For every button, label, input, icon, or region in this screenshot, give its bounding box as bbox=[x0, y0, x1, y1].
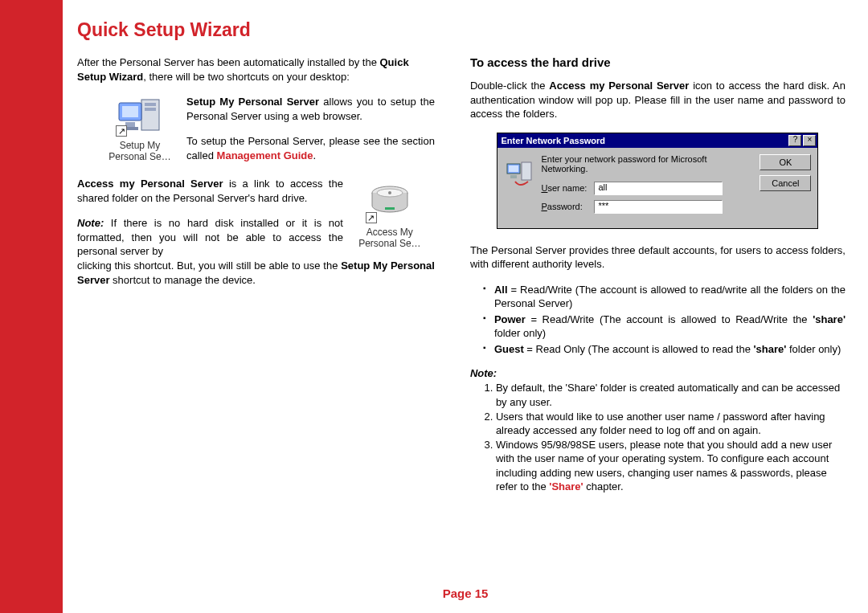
svg-rect-13 bbox=[510, 175, 517, 178]
password-row: Password: *** bbox=[541, 200, 753, 214]
note-label: Note: bbox=[77, 217, 104, 229]
access-bold: Access my Personal Server bbox=[77, 178, 223, 190]
intro-text-a: After the Personal Server has been autom… bbox=[77, 56, 380, 68]
dialog-instruction: Enter your network password for Microsof… bbox=[541, 154, 753, 174]
svg-point-9 bbox=[388, 191, 391, 194]
page-label: Page bbox=[443, 586, 475, 600]
account-all: All = Read/Write (The account is allowed… bbox=[483, 283, 845, 311]
setup-icon-label: Setup My Personal Se… bbox=[104, 140, 175, 162]
dialog-titlebar: Enter Network Password ? × bbox=[497, 133, 817, 148]
page-number: 15 bbox=[475, 586, 489, 600]
acct2-share: 'share' bbox=[813, 313, 845, 325]
svg-rect-10 bbox=[385, 207, 395, 210]
acct2-desc-b: folder only) bbox=[494, 327, 546, 339]
u-rest: ser name: bbox=[547, 183, 587, 193]
ok-button[interactable]: OK bbox=[760, 154, 811, 170]
cancel-button[interactable]: Cancel bbox=[760, 175, 811, 191]
left-red-stripe bbox=[0, 0, 63, 613]
note-cont-1: clicking this shortcut. But, you will st… bbox=[77, 260, 341, 272]
setup-description: Setup My Personal Server allows you to s… bbox=[186, 95, 435, 162]
note3-a: Windows 95/98/98SE users, please note th… bbox=[496, 439, 832, 493]
page-content: Quick Setup Wizard After the Personal Se… bbox=[63, 0, 868, 613]
management-guide-link[interactable]: Management Guide bbox=[217, 149, 313, 161]
account-power: Power = Read/Write (The account is allow… bbox=[483, 313, 845, 341]
access-desktop-icon: ↗ Access My Personal Se… bbox=[354, 182, 425, 249]
setup-desc-bold: Setup My Personal Server bbox=[186, 96, 319, 108]
dialog-fields: Enter your network password for Microsof… bbox=[541, 154, 753, 219]
setup-desc2-c: . bbox=[313, 149, 317, 161]
dialog-buttons: OK Cancel bbox=[753, 154, 811, 219]
two-column-layout: After the Personal Server has been autom… bbox=[77, 55, 845, 494]
shortcut-arrow-icon: ↗ bbox=[366, 212, 377, 223]
acct2-name: Power bbox=[494, 313, 526, 325]
setup-icon-row: ↗ Setup My Personal Se… Setup My Persona… bbox=[104, 95, 435, 162]
username-label: User name: bbox=[541, 183, 594, 193]
svg-rect-1 bbox=[145, 103, 156, 106]
left-column: After the Personal Server has been autom… bbox=[77, 55, 435, 494]
harddrive-icon: ↗ bbox=[364, 182, 416, 225]
dialog-icon bbox=[504, 154, 541, 219]
acct3-name: Guest bbox=[494, 343, 524, 355]
access-note-continued: clicking this shortcut. But, you will st… bbox=[77, 259, 435, 287]
right-p2: The Personal Server provides three defau… bbox=[470, 243, 845, 272]
acct3-desc-a: = Read Only (The account is allowed to r… bbox=[524, 343, 754, 355]
svg-rect-14 bbox=[522, 162, 531, 180]
access-icon-col: ↗ Access My Personal Se… bbox=[354, 177, 435, 249]
username-input[interactable]: all bbox=[594, 182, 723, 195]
note-1: By default, the 'Share' folder is create… bbox=[496, 381, 845, 409]
access-icon-row: Access my Personal Server is a link to a… bbox=[77, 177, 435, 259]
acct3-desc-b: folder only) bbox=[786, 343, 841, 355]
acct3-share: 'share' bbox=[754, 343, 787, 355]
note-heading: Note: bbox=[470, 367, 845, 379]
shortcut-arrow-icon: ↗ bbox=[116, 125, 127, 137]
dialog-close-button[interactable]: × bbox=[803, 135, 816, 146]
note3-c: chapter. bbox=[583, 480, 624, 492]
username-row: User name: all bbox=[541, 182, 753, 195]
intro-text-c: , there will be two shortcuts on your de… bbox=[143, 71, 350, 83]
note-3: Windows 95/98/98SE users, please note th… bbox=[496, 438, 845, 494]
note-cont-2: shortcut to manage the device. bbox=[109, 274, 255, 286]
acct1-name: All bbox=[494, 284, 508, 296]
password-input[interactable]: *** bbox=[594, 200, 723, 214]
setup-desktop-icon: ↗ Setup My Personal Se… bbox=[104, 95, 175, 162]
p1-a: Double-click the bbox=[470, 80, 549, 92]
access-hd-heading: To access the hard drive bbox=[470, 55, 845, 69]
dialog-help-button[interactable]: ? bbox=[788, 135, 801, 146]
accounts-list: All = Read/Write (The account is allowed… bbox=[470, 283, 845, 357]
dialog-title: Enter Network Password bbox=[501, 136, 787, 145]
notes-list: By default, the 'Share' folder is create… bbox=[470, 381, 845, 493]
acct1-desc: = Read/Write (The account is allowed to … bbox=[494, 284, 845, 310]
right-p1: Double-click the Access my Personal Serv… bbox=[470, 79, 845, 121]
intro-paragraph: After the Personal Server has been autom… bbox=[77, 55, 435, 84]
p-rest: assword: bbox=[547, 202, 583, 211]
access-text-col: Access my Personal Server is a link to a… bbox=[77, 177, 343, 259]
computer-icon: ↗ bbox=[114, 95, 166, 138]
right-column: To access the hard drive Double-click th… bbox=[470, 55, 845, 494]
page-title: Quick Setup Wizard bbox=[77, 19, 845, 41]
network-password-dialog: Enter Network Password ? × bbox=[497, 133, 818, 229]
p1-b: Access my Personal Server bbox=[549, 80, 689, 92]
share-chapter-link[interactable]: 'Share' bbox=[549, 480, 583, 492]
account-guest: Guest = Read Only (The account is allowe… bbox=[483, 342, 845, 357]
svg-rect-4 bbox=[122, 106, 138, 117]
access-icon-label: Access My Personal Se… bbox=[354, 227, 425, 249]
svg-rect-2 bbox=[145, 108, 156, 111]
note-2: Users that would like to use another use… bbox=[496, 410, 845, 438]
password-label: Password: bbox=[541, 202, 594, 211]
note-text-b-1: If there is no hard disk installed or it… bbox=[77, 217, 343, 257]
p-underline: P bbox=[541, 202, 547, 211]
acct2-desc-a: = Read/Write (The account is allowed to … bbox=[526, 313, 813, 325]
svg-rect-12 bbox=[509, 166, 518, 172]
access-note-partial: Note: If there is no hard disk installed… bbox=[77, 216, 343, 259]
page-footer: Page 15 bbox=[63, 586, 868, 600]
dialog-body: Enter your network password for Microsof… bbox=[497, 148, 817, 228]
